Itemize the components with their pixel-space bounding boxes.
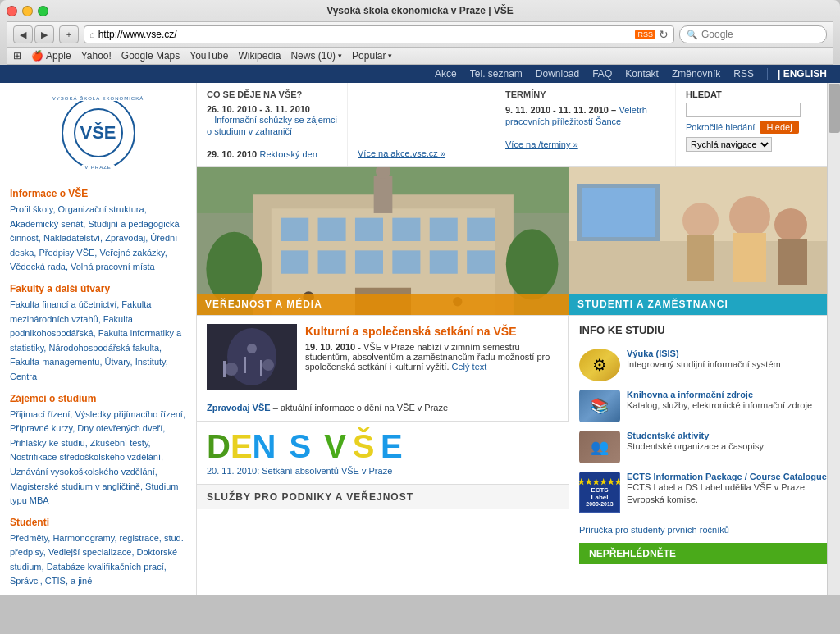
library-icon: 📚 (579, 390, 620, 422)
hledat-title: HLEDAT (686, 89, 830, 99)
ects-years: 2009-2013 (586, 501, 613, 507)
svg-point-20 (506, 229, 559, 299)
sidebar-link-instituty[interactable]: Instituty (135, 357, 166, 367)
sidebar-link-profil[interactable]: Profil školy (10, 204, 52, 214)
sidebar-link-nakladatelstvi[interactable]: Nakladatelství (43, 233, 100, 243)
sidebar-link-zkusebni[interactable]: Zkušební testy (90, 438, 148, 448)
sidebar-link-prihlasky[interactable]: Přihlášky ke studiu (10, 438, 85, 448)
minimize-button[interactable] (22, 6, 33, 16)
studenti-image[interactable]: STUDENTI A ZAMĚSTNANCI (569, 167, 840, 315)
den-e2: E (381, 428, 403, 464)
scrollbar[interactable] (827, 83, 840, 595)
sidebar-links-informace: Profil školy, Organizační struktura, Aka… (10, 203, 186, 275)
sidebar-link-ff[interactable]: Fakulta financí a účetnictví (10, 299, 116, 309)
news-link1[interactable]: – Informační schůzky se zájemci o studiu… (207, 115, 337, 136)
sidebar-link-harmonogramy[interactable]: Harmonogramy (52, 533, 114, 543)
library-link[interactable]: Knihovna a informační zdroje (627, 390, 812, 399)
news-title: CO SE DĚJE NA VŠE? (207, 89, 337, 99)
reload-button[interactable]: ↻ (659, 28, 669, 41)
prirucka-link[interactable]: Příručka pro studenty prvních ročníků (579, 525, 830, 535)
bookmark-google-maps[interactable]: Google Maps (121, 50, 180, 62)
ects-icon: ★★★★★★★★★★★★ ECTS Label 2009-2013 (579, 472, 620, 517)
article-more-link[interactable]: Celý text (452, 362, 487, 372)
bookmark-wikipedia[interactable]: Wikipedia (238, 50, 281, 62)
sidebar-link-jine[interactable]: a jiné (71, 576, 92, 586)
bookmark-apple[interactable]: 🍎 Apple (31, 50, 71, 62)
sidebar-link-utwary[interactable]: Útvary (105, 357, 130, 367)
bookmark-youtube[interactable]: YouTube (189, 50, 228, 62)
back-button[interactable]: ◀ (13, 25, 33, 43)
verejnost-image[interactable]: VEŘEJNOST A MÉDIA (197, 167, 569, 315)
rychla-select[interactable]: Rychlá navigace (686, 137, 772, 152)
maximize-button[interactable] (38, 6, 48, 16)
sidebar-item-show-all[interactable]: ⊞ (13, 50, 21, 62)
sidebar-link-magisterske[interactable]: Magisterské studium v angličtině (10, 481, 140, 491)
sidebar-link-prijimaci[interactable]: Přijímací řízení (10, 409, 70, 419)
sidebar-link-predpisy[interactable]: Předpisy VŠE (39, 248, 94, 258)
sidebar-link-zpravodaj[interactable]: Zpravodaj (105, 233, 145, 243)
hledej-button[interactable]: Hledej (760, 121, 798, 134)
sidebar-link-volna[interactable]: Volná pracovní místa (71, 262, 155, 271)
topnav-kontakt[interactable]: Kontakt (625, 68, 659, 80)
sidebar-link-registrace[interactable]: registrace (120, 533, 159, 543)
ects-link[interactable]: ECTS Information Package / Course Catalo… (627, 472, 830, 481)
pokrocile-link[interactable]: Pokročilé hledání (686, 122, 755, 132)
bookmark-news[interactable]: News (10) ▾ (290, 50, 342, 62)
topnav-download[interactable]: Download (536, 68, 579, 80)
topnav-tel-seznam[interactable]: Tel. seznam (470, 68, 523, 80)
sidebar-link-senat[interactable]: Akademický senát (10, 219, 83, 229)
sidebar-link-fm[interactable]: Fakulta managementu (10, 357, 99, 367)
hledat-input[interactable] (686, 103, 801, 117)
library-text: Knihovna a informační zdroje Katalog, sl… (627, 390, 812, 412)
zpravodaj-link[interactable]: Zpravodaj VŠE (207, 403, 271, 413)
sidebar-link-nostrifikace[interactable]: Nostrifikace středoškolského vzdělání (10, 452, 161, 462)
sluzby-section: SLUŽBY PRO PODNIKY A VEŘEJNOST (197, 484, 569, 509)
info-ke-studiu: INFO KE STUDIU ⚙ Výuka (ISIS) Integrovan… (569, 316, 840, 572)
neprehlednte-title: NEPŘEHLÉDNĚTE (589, 548, 820, 559)
topnav-faq[interactable]: FAQ (592, 68, 612, 80)
sidebar-link-databaze[interactable]: Databáze kvalifikačních prací (47, 562, 164, 572)
page-content: Akce Tel. seznam Download FAQ Kontakt Zm… (0, 65, 840, 595)
building-svg (197, 167, 569, 315)
browser-search[interactable]: 🔍 (679, 25, 827, 43)
sidebar-link-predmety[interactable]: Předměty (10, 533, 48, 543)
studenti-title: STUDENTI A ZAMĚSTNANCI (578, 299, 832, 310)
sidebar-link-pripravne[interactable]: Přípravné kurzy (10, 423, 72, 433)
svg-point-28 (729, 196, 770, 237)
isis-desc: Integrovaný studijní informační systém (627, 358, 781, 371)
scrollbar-thumb[interactable] (829, 84, 840, 133)
den-footer-link[interactable]: 20. 11. 2010: Setkání absolventů VŠE v P… (207, 466, 559, 476)
news-link2[interactable]: Rektorský den (260, 149, 317, 159)
bookmark-yahoo[interactable]: Yahoo! (81, 50, 112, 62)
sidebar-section-title-studenti: Studenti (10, 517, 186, 528)
new-tab-button[interactable]: + (59, 25, 79, 43)
sidebar-link-uznavani[interactable]: Uznávání vysokoškolského vzdělání (10, 467, 155, 477)
sidebar: VYSOKÁ ŠKOLA EKONOMICKÁ VŠE V PRAZE Info… (0, 83, 197, 595)
article-inner: Kulturní a společenská setkání na VŠE 19… (207, 324, 559, 395)
topnav-rss[interactable]: RSS (733, 68, 754, 80)
sidebar-link-vedlejsi[interactable]: Vedlejší specializace (48, 547, 132, 557)
news-more-link[interactable]: Více na akce.vse.cz » (358, 148, 445, 158)
topnav-english[interactable]: | ENGLISH (767, 68, 827, 80)
terminy-more[interactable]: Více na /terminy » (505, 139, 578, 149)
search-input[interactable] (701, 29, 816, 40)
topnav-znamovnik[interactable]: Změnovník (672, 68, 720, 80)
bookmark-popular[interactable]: Popular ▾ (352, 50, 392, 62)
sidebar-link-vedecka[interactable]: Vědecká rada (10, 262, 66, 271)
sidebar-section-zajemci: Zájemci o studium Přijímací řízení, Výsl… (10, 393, 186, 509)
sidebar-link-centra[interactable]: Centra (10, 372, 37, 381)
address-bar[interactable]: ⌂ http://www.vse.cz/ RSS ↻ (84, 25, 674, 43)
sidebar-link-nhf[interactable]: Národohospodářská fakulta (48, 343, 159, 353)
sidebar-link-dny[interactable]: Dny otevřených dveří (77, 423, 162, 433)
student-link[interactable]: Studentské aktivity (627, 431, 764, 440)
sidebar-link-org[interactable]: Organizační struktura (58, 204, 144, 214)
sidebar-link-vysledky[interactable]: Výsledky přijímacího řízení (75, 409, 182, 419)
isis-link[interactable]: Výuka (ISIS) (627, 349, 781, 358)
sidebar-link-spravci[interactable]: Správci (10, 576, 40, 586)
den-s2: Š (353, 428, 375, 464)
topnav-akce[interactable]: Akce (435, 68, 457, 80)
sidebar-link-ctis[interactable]: CTIS (45, 576, 66, 586)
forward-button[interactable]: ▶ (34, 25, 54, 43)
close-button[interactable] (7, 6, 17, 16)
sidebar-link-verejne[interactable]: Veřejné zakázky (99, 248, 164, 258)
